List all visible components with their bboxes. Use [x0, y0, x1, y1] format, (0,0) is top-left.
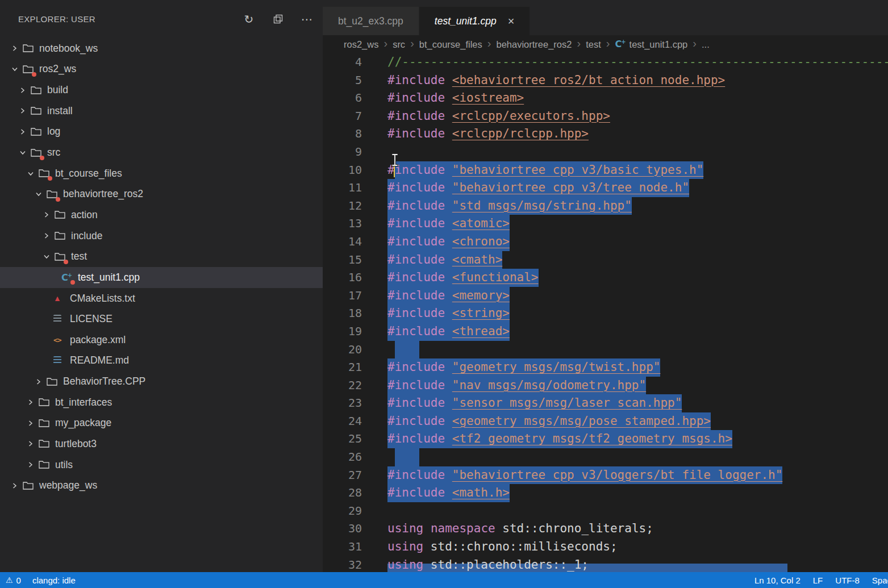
code-line-content[interactable]: #include "nav_msgs/msg/odometry.hpp"	[362, 377, 888, 395]
breadcrumb-more[interactable]: ...	[702, 39, 710, 50]
tree-item-readme-md[interactable]: README.md	[0, 351, 323, 372]
code-line-content[interactable]: using std::placeholders::_1;	[362, 556, 888, 572]
line-number[interactable]: 28	[323, 484, 362, 502]
line-number[interactable]: 19	[323, 323, 362, 341]
line-number[interactable]: 30	[323, 520, 362, 538]
status-item-cursor-position[interactable]: Ln 10, Col 2	[754, 576, 801, 585]
code-line-content[interactable]: using std::chrono::milliseconds;	[362, 538, 888, 556]
line-number[interactable]: 29	[323, 502, 362, 520]
tree-item-test[interactable]: test	[0, 246, 323, 267]
chevron-right-icon[interactable]	[11, 45, 23, 52]
chevron-right-icon[interactable]	[27, 440, 39, 447]
line-number[interactable]: 6	[323, 89, 362, 107]
line-number[interactable]: 13	[323, 215, 362, 233]
line-number[interactable]: 24	[323, 412, 362, 431]
code-line-content[interactable]: //--------------------------------------…	[362, 53, 888, 72]
line-number[interactable]: 8	[323, 125, 362, 143]
tree-item-include[interactable]: include	[0, 226, 323, 247]
code-line-content[interactable]: #include "behaviortree_cpp_v3/loggers/bt…	[362, 466, 888, 485]
line-number[interactable]: 16	[323, 269, 362, 287]
open-editors-icon[interactable]	[271, 12, 285, 26]
tree-item-ros2-ws[interactable]: ros2_ws	[0, 59, 323, 80]
breadcrumb-item[interactable]: bt_course_files	[419, 39, 482, 50]
line-number[interactable]: 32	[323, 556, 362, 572]
tree-item-utils[interactable]: utils	[0, 454, 323, 476]
chevron-down-icon[interactable]	[27, 170, 39, 177]
code-line-content[interactable]: #include "behaviortree_cpp_v3/tree_node.…	[362, 179, 888, 197]
line-number[interactable]: 22	[323, 377, 362, 395]
line-number[interactable]: 17	[323, 287, 362, 305]
line-number[interactable]: 9	[323, 143, 362, 161]
line-number[interactable]: 25	[323, 430, 362, 448]
tree-item-log[interactable]: log	[0, 122, 323, 143]
tree-item-behaviortree-cpp[interactable]: BehaviorTree.CPP	[0, 371, 323, 392]
code-line-content[interactable]	[362, 143, 888, 161]
line-number[interactable]: 15	[323, 251, 362, 269]
tree-item-bt-course-files[interactable]: bt_course_files	[0, 163, 323, 184]
code-line-content[interactable]: #include <thread>	[362, 323, 888, 341]
tree-item-cmakelists-txt[interactable]: ▲CMakeLists.txt	[0, 288, 323, 309]
tree-item-webpage-ws[interactable]: webpage_ws	[0, 475, 323, 496]
line-number[interactable]: 4	[323, 53, 362, 72]
code-line-content[interactable]: #include "behaviortree_cpp_v3/basic_type…	[362, 161, 888, 180]
chevron-right-icon[interactable]	[19, 87, 31, 94]
code-line-content[interactable]: #include "std_msgs/msg/string.hpp"	[362, 197, 888, 215]
chevron-down-icon[interactable]	[35, 191, 47, 197]
code-line-content[interactable]: #include <functional>	[362, 269, 888, 287]
code-line-content[interactable]: using namespace std::chrono_literals;	[362, 520, 888, 538]
line-number[interactable]: 23	[323, 394, 362, 412]
code-line-content[interactable]: #include <tf2_geometry_msgs/tf2_geometry…	[362, 430, 888, 448]
tree-item-build[interactable]: build	[0, 80, 323, 101]
line-number[interactable]: 11	[323, 179, 362, 197]
line-number[interactable]: 31	[323, 538, 362, 556]
line-number[interactable]: 21	[323, 358, 362, 377]
line-number[interactable]: 12	[323, 197, 362, 215]
chevron-right-icon[interactable]	[35, 378, 47, 385]
code-line-content[interactable]: #include <rclcpp/rclcpp.hpp>	[362, 125, 888, 143]
code-area[interactable]: 4//-------------------------------------…	[323, 53, 888, 572]
tree-item-action[interactable]: action	[0, 205, 323, 226]
code-line-content[interactable]: #include <iostream>	[362, 89, 888, 107]
code-line-content[interactable]	[362, 502, 888, 520]
line-number[interactable]: 10	[323, 161, 362, 180]
code-line-content[interactable]: #include <geometry_msgs/msg/pose_stamped…	[362, 412, 888, 431]
refresh-explorer-icon[interactable]: ↻	[242, 12, 256, 26]
tree-item-test-unit1-cpp[interactable]: C+test_unit1.cpp	[0, 267, 323, 288]
close-icon[interactable]: ×	[508, 15, 515, 27]
status-item-encoding[interactable]: UTF-8	[835, 576, 860, 585]
more-actions-icon[interactable]: ⋯	[300, 12, 314, 26]
chevron-right-icon[interactable]	[19, 128, 31, 135]
tree-item-behaviortree-ros2[interactable]: behaviortree_ros2	[0, 184, 323, 205]
status-item-problems[interactable]: ⚠0	[6, 576, 21, 585]
line-number[interactable]: 20	[323, 341, 362, 359]
code-line-content[interactable]: #include <atomic>	[362, 215, 888, 233]
tree-item-src[interactable]: src	[0, 142, 323, 163]
chevron-right-icon[interactable]	[43, 211, 55, 218]
tree-item-my-package[interactable]: my_package	[0, 413, 323, 434]
breadcrumb-item[interactable]: test	[586, 39, 601, 50]
tree-item-notebook-ws[interactable]: notebook_ws	[0, 38, 323, 59]
tree-item-turtlebot3[interactable]: turtlebot3	[0, 433, 323, 454]
line-number[interactable]: 26	[323, 448, 362, 466]
chevron-right-icon[interactable]	[27, 399, 39, 406]
code-line-content[interactable]: #include <rclcpp/executors.hpp>	[362, 107, 888, 126]
tree-item-license[interactable]: LICENSE	[0, 308, 323, 330]
chevron-down-icon[interactable]	[43, 253, 55, 260]
code-line-content[interactable]	[362, 341, 888, 359]
line-number[interactable]: 14	[323, 233, 362, 251]
breadcrumb-item[interactable]: src	[393, 39, 405, 50]
tree-item-bt-interfaces[interactable]: bt_interfaces	[0, 392, 323, 413]
chevron-right-icon[interactable]	[43, 232, 55, 239]
breadcrumb-item[interactable]: test_unit1.cpp	[629, 39, 688, 50]
line-number[interactable]: 7	[323, 107, 362, 126]
code-line-content[interactable]: #include <chrono>	[362, 233, 888, 251]
line-number[interactable]: 5	[323, 72, 362, 90]
code-line-content[interactable]: #include "sensor_msgs/msg/laser_scan.hpp…	[362, 394, 888, 412]
tree-item-package-xml[interactable]: <>package.xml	[0, 330, 323, 351]
tab-test-unit1-cpp[interactable]: test_unit1.cpp×	[419, 7, 530, 35]
tree-item-install[interactable]: install	[0, 101, 323, 122]
code-line-content[interactable]: #include <behaviortree_ros2/bt_action_no…	[362, 72, 888, 90]
status-item-eol-sequence[interactable]: LF	[813, 576, 823, 585]
breadcrumb-item[interactable]: ros2_ws	[344, 39, 378, 50]
code-line-content[interactable]: #include <cmath>	[362, 251, 888, 269]
